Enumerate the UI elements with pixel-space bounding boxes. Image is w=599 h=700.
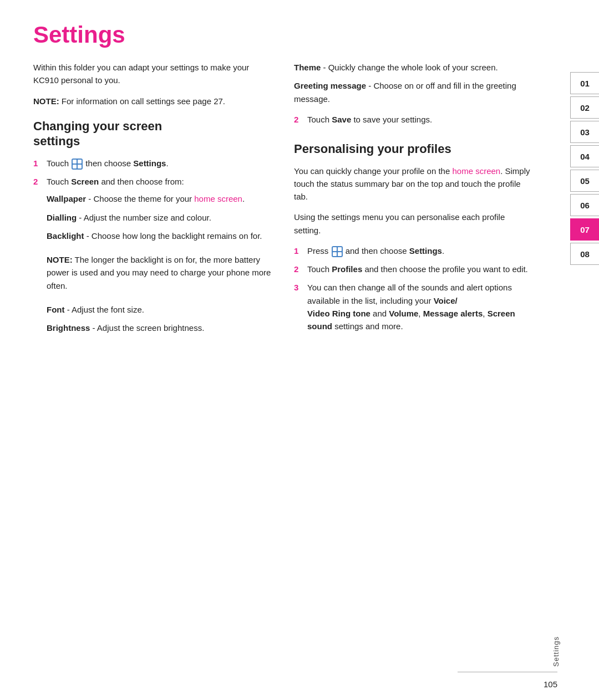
profile-step-1-num: 1 — [294, 244, 304, 257]
theme-section: Theme - Quickly change the whole look of… — [294, 61, 532, 105]
profile-step-1: 1 Press and then choose Settings. — [294, 244, 532, 257]
note-label: NOTE: — [33, 96, 59, 106]
home-screen-link-1: home screen — [194, 194, 242, 203]
profile-step-2: 2 Touch Profiles and then choose the pro… — [294, 263, 532, 275]
greeting-item: Greeting message - Choose on or off and … — [294, 79, 532, 105]
tab-01[interactable]: 01 — [570, 72, 599, 94]
save-step: 2 Touch Save to save your settings. — [294, 113, 532, 126]
page-title: Settings — [33, 22, 532, 48]
tab-07[interactable]: 07 — [570, 218, 599, 241]
profile-step-3-num: 3 — [294, 281, 304, 333]
home-screen-link-2: home screen — [452, 166, 500, 176]
step-1-num: 1 — [33, 157, 43, 170]
settings-icon — [72, 159, 83, 170]
note-content: For information on call settings see pag… — [62, 96, 225, 106]
page-container: Settings Within this folder you can adap… — [0, 0, 599, 700]
settings-icon-2 — [332, 246, 343, 257]
right-sidebar: 01 02 03 04 05 06 07 08 Settings 105 — [560, 0, 599, 700]
step-2-content: Touch Screen and then choose from: Wallp… — [47, 175, 272, 334]
personalising-para2: Using the settings menu you can personal… — [294, 211, 532, 237]
backlight-item: Backlight - Choose how long the backligh… — [47, 229, 272, 242]
font-item: Font - Adjust the font size. — [47, 303, 272, 316]
save-step-num: 2 — [294, 113, 304, 126]
profile-step-2-content: Touch Profiles and then choose the profi… — [307, 263, 532, 275]
sub-items: Wallpaper - Choose the theme for your ho… — [47, 192, 272, 334]
bottom-divider — [458, 672, 557, 672]
tab-02[interactable]: 02 — [570, 96, 599, 119]
intro-text: Within this folder you can adapt your se… — [33, 61, 272, 87]
tab-08[interactable]: 08 — [570, 243, 599, 265]
page-number: 105 — [544, 679, 557, 689]
personalising-heading: Personalising your profiles — [294, 141, 532, 157]
left-column: Within this folder you can adapt your se… — [33, 61, 272, 678]
personalising-intro: You can quickly change your profile on t… — [294, 165, 532, 203]
profile-step-3: 3 You can then change all of the sounds … — [294, 281, 532, 333]
vertical-label: Settings — [552, 636, 560, 667]
theme-item: Theme - Quickly change the whole look of… — [294, 61, 532, 74]
brightness-item: Brightness - Adjust the screen brightnes… — [47, 321, 272, 334]
main-content: Settings Within this folder you can adap… — [0, 0, 560, 700]
note-text: NOTE: For information on call settings s… — [33, 95, 272, 108]
step-1-content: Touch then choose Settings. — [47, 157, 272, 170]
tab-04[interactable]: 04 — [570, 145, 599, 167]
step-2-num: 2 — [33, 175, 43, 334]
screen-settings-heading: Changing your screensettings — [33, 119, 272, 149]
right-column: Theme - Quickly change the whole look of… — [294, 61, 532, 678]
backlight-note: NOTE: The longer the backlight is on for… — [47, 253, 272, 292]
profile-step-2-num: 2 — [294, 263, 304, 275]
tab-05[interactable]: 05 — [570, 170, 599, 192]
tab-06[interactable]: 06 — [570, 194, 599, 216]
two-column-layout: Within this folder you can adapt your se… — [33, 61, 532, 678]
tab-03[interactable]: 03 — [570, 121, 599, 143]
vertical-label-container: Settings — [552, 636, 560, 667]
step-2: 2 Touch Screen and then choose from: Wal… — [33, 175, 272, 334]
save-step-content: Touch Save to save your settings. — [307, 113, 532, 126]
profile-step-3-content: You can then change all of the sounds an… — [307, 281, 532, 333]
dialling-item: Dialling - Adjust the number size and co… — [47, 211, 272, 224]
wallpaper-item: Wallpaper - Choose the theme for your ho… — [47, 192, 272, 205]
profile-step-1-content: Press and then choose Settings. — [307, 244, 532, 257]
step-1: 1 Touch then choose Settings. — [33, 157, 272, 170]
